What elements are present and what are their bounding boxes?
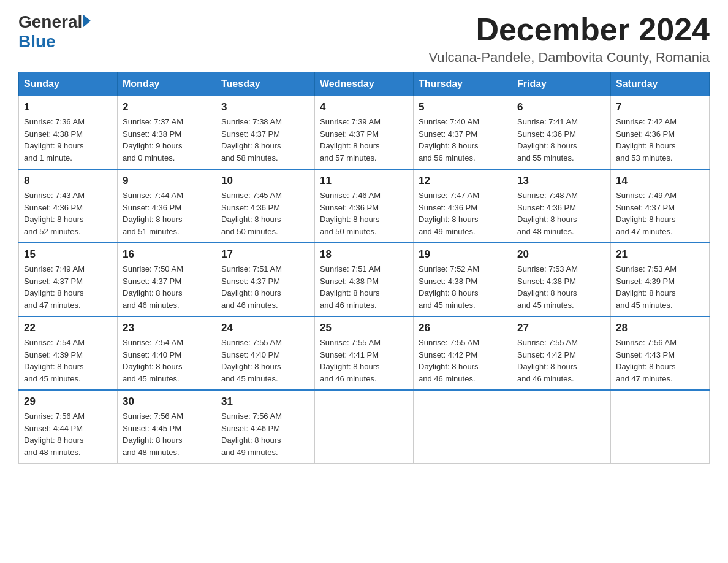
calendar-cell: 5Sunrise: 7:40 AMSunset: 4:37 PMDaylight…: [414, 96, 512, 170]
day-info: Sunrise: 7:55 AMSunset: 4:42 PMDaylight:…: [517, 337, 605, 385]
calendar-cell: 29Sunrise: 7:56 AMSunset: 4:44 PMDayligh…: [19, 390, 118, 464]
calendar-cell: 21Sunrise: 7:53 AMSunset: 4:39 PMDayligh…: [611, 243, 710, 316]
calendar-cell: 26Sunrise: 7:55 AMSunset: 4:42 PMDayligh…: [414, 316, 512, 390]
calendar-cell: 27Sunrise: 7:55 AMSunset: 4:42 PMDayligh…: [512, 316, 611, 390]
logo-blue: Blue: [18, 32, 56, 52]
calendar-cell: 19Sunrise: 7:52 AMSunset: 4:38 PMDayligh…: [414, 243, 512, 316]
calendar-cell: [414, 390, 512, 464]
calendar-week-1: 1Sunrise: 7:36 AMSunset: 4:38 PMDaylight…: [19, 96, 710, 170]
calendar-cell: 16Sunrise: 7:50 AMSunset: 4:37 PMDayligh…: [118, 243, 216, 316]
calendar-cell: 17Sunrise: 7:51 AMSunset: 4:37 PMDayligh…: [216, 243, 315, 316]
calendar-cell: [611, 390, 710, 464]
calendar-cell: 11Sunrise: 7:46 AMSunset: 4:36 PMDayligh…: [315, 169, 414, 243]
column-header-tuesday: Tuesday: [216, 72, 315, 96]
day-info: Sunrise: 7:56 AMSunset: 4:46 PMDaylight:…: [221, 410, 309, 458]
day-number: 19: [419, 248, 507, 261]
calendar-week-4: 22Sunrise: 7:54 AMSunset: 4:39 PMDayligh…: [19, 316, 710, 390]
day-number: 7: [616, 101, 704, 113]
day-info: Sunrise: 7:52 AMSunset: 4:38 PMDaylight:…: [419, 263, 507, 311]
day-info: Sunrise: 7:55 AMSunset: 4:40 PMDaylight:…: [221, 337, 309, 385]
calendar-cell: 14Sunrise: 7:49 AMSunset: 4:37 PMDayligh…: [611, 169, 710, 243]
day-info: Sunrise: 7:40 AMSunset: 4:37 PMDaylight:…: [419, 116, 507, 164]
logo-arrow-icon: [83, 15, 91, 27]
day-number: 17: [221, 248, 309, 261]
page-header: General Blue December 2024 Vulcana-Pande…: [18, 12, 710, 66]
day-info: Sunrise: 7:56 AMSunset: 4:43 PMDaylight:…: [616, 337, 704, 385]
calendar-cell: 6Sunrise: 7:41 AMSunset: 4:36 PMDaylight…: [512, 96, 611, 170]
day-info: Sunrise: 7:36 AMSunset: 4:38 PMDaylight:…: [24, 116, 112, 164]
day-number: 28: [616, 322, 704, 334]
calendar-cell: 31Sunrise: 7:56 AMSunset: 4:46 PMDayligh…: [216, 390, 315, 464]
day-info: Sunrise: 7:49 AMSunset: 4:37 PMDaylight:…: [616, 190, 704, 237]
day-info: Sunrise: 7:43 AMSunset: 4:36 PMDaylight:…: [24, 190, 112, 237]
day-number: 18: [320, 248, 408, 261]
calendar-cell: 23Sunrise: 7:54 AMSunset: 4:40 PMDayligh…: [118, 316, 216, 390]
day-number: 24: [221, 322, 309, 334]
day-info: Sunrise: 7:46 AMSunset: 4:36 PMDaylight:…: [320, 190, 408, 237]
day-number: 13: [517, 175, 605, 187]
day-number: 12: [419, 175, 507, 187]
day-number: 3: [221, 101, 309, 113]
day-number: 27: [517, 322, 605, 334]
calendar-cell: 18Sunrise: 7:51 AMSunset: 4:38 PMDayligh…: [315, 243, 414, 316]
day-number: 5: [419, 101, 507, 113]
location-title: Vulcana-Pandele, Dambovita County, Roman…: [428, 50, 710, 66]
day-number: 26: [419, 322, 507, 334]
day-info: Sunrise: 7:54 AMSunset: 4:40 PMDaylight:…: [123, 337, 211, 385]
day-info: Sunrise: 7:45 AMSunset: 4:36 PMDaylight:…: [221, 190, 309, 237]
day-info: Sunrise: 7:38 AMSunset: 4:37 PMDaylight:…: [221, 116, 309, 164]
day-info: Sunrise: 7:53 AMSunset: 4:39 PMDaylight:…: [616, 263, 704, 311]
column-header-saturday: Saturday: [611, 72, 710, 96]
day-number: 1: [24, 101, 112, 113]
column-header-sunday: Sunday: [19, 72, 118, 96]
day-number: 8: [24, 175, 112, 187]
title-section: December 2024 Vulcana-Pandele, Dambovita…: [428, 12, 710, 66]
day-number: 16: [123, 248, 211, 261]
day-number: 10: [221, 175, 309, 187]
day-info: Sunrise: 7:50 AMSunset: 4:37 PMDaylight:…: [123, 263, 211, 311]
day-info: Sunrise: 7:49 AMSunset: 4:37 PMDaylight:…: [24, 263, 112, 311]
column-header-thursday: Thursday: [414, 72, 512, 96]
column-header-wednesday: Wednesday: [315, 72, 414, 96]
day-info: Sunrise: 7:44 AMSunset: 4:36 PMDaylight:…: [123, 190, 211, 237]
calendar-cell: 22Sunrise: 7:54 AMSunset: 4:39 PMDayligh…: [19, 316, 118, 390]
calendar-cell: 25Sunrise: 7:55 AMSunset: 4:41 PMDayligh…: [315, 316, 414, 390]
calendar-cell: 30Sunrise: 7:56 AMSunset: 4:45 PMDayligh…: [118, 390, 216, 464]
calendar-week-3: 15Sunrise: 7:49 AMSunset: 4:37 PMDayligh…: [19, 243, 710, 316]
day-info: Sunrise: 7:55 AMSunset: 4:42 PMDaylight:…: [419, 337, 507, 385]
day-info: Sunrise: 7:54 AMSunset: 4:39 PMDaylight:…: [24, 337, 112, 385]
calendar-cell: 12Sunrise: 7:47 AMSunset: 4:36 PMDayligh…: [414, 169, 512, 243]
day-number: 30: [123, 396, 211, 408]
month-title: December 2024: [428, 12, 710, 47]
calendar-cell: 7Sunrise: 7:42 AMSunset: 4:36 PMDaylight…: [611, 96, 710, 170]
day-header-row: SundayMondayTuesdayWednesdayThursdayFrid…: [19, 72, 710, 96]
calendar-cell: 10Sunrise: 7:45 AMSunset: 4:36 PMDayligh…: [216, 169, 315, 243]
calendar-cell: 2Sunrise: 7:37 AMSunset: 4:38 PMDaylight…: [118, 96, 216, 170]
column-header-monday: Monday: [118, 72, 216, 96]
day-number: 22: [24, 322, 112, 334]
day-info: Sunrise: 7:55 AMSunset: 4:41 PMDaylight:…: [320, 337, 408, 385]
day-number: 25: [320, 322, 408, 334]
day-info: Sunrise: 7:37 AMSunset: 4:38 PMDaylight:…: [123, 116, 211, 164]
day-number: 14: [616, 175, 704, 187]
calendar-cell: 15Sunrise: 7:49 AMSunset: 4:37 PMDayligh…: [19, 243, 118, 316]
day-number: 23: [123, 322, 211, 334]
logo-text: General: [18, 12, 91, 32]
day-info: Sunrise: 7:53 AMSunset: 4:38 PMDaylight:…: [517, 263, 605, 311]
day-info: Sunrise: 7:42 AMSunset: 4:36 PMDaylight:…: [616, 116, 704, 164]
calendar-cell: 4Sunrise: 7:39 AMSunset: 4:37 PMDaylight…: [315, 96, 414, 170]
calendar-week-5: 29Sunrise: 7:56 AMSunset: 4:44 PMDayligh…: [19, 390, 710, 464]
day-number: 4: [320, 101, 408, 113]
column-header-friday: Friday: [512, 72, 611, 96]
calendar-cell: 24Sunrise: 7:55 AMSunset: 4:40 PMDayligh…: [216, 316, 315, 390]
day-info: Sunrise: 7:56 AMSunset: 4:45 PMDaylight:…: [123, 410, 211, 458]
day-number: 9: [123, 175, 211, 187]
day-info: Sunrise: 7:47 AMSunset: 4:36 PMDaylight:…: [419, 190, 507, 237]
day-number: 29: [24, 396, 112, 408]
day-number: 6: [517, 101, 605, 113]
day-info: Sunrise: 7:51 AMSunset: 4:38 PMDaylight:…: [320, 263, 408, 311]
calendar-cell: [512, 390, 611, 464]
calendar-cell: 9Sunrise: 7:44 AMSunset: 4:36 PMDaylight…: [118, 169, 216, 243]
calendar-cell: [315, 390, 414, 464]
day-info: Sunrise: 7:48 AMSunset: 4:36 PMDaylight:…: [517, 190, 605, 237]
